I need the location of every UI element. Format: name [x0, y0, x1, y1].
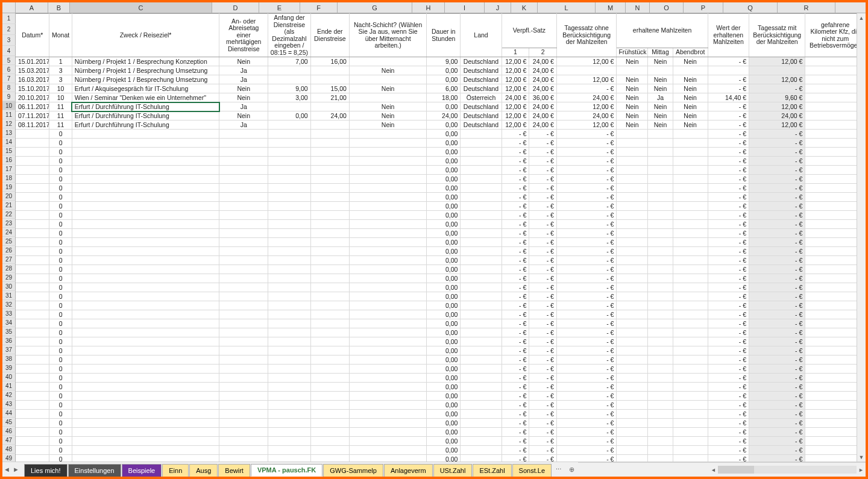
cell[interactable]	[219, 193, 268, 202]
cell[interactable]	[349, 355, 427, 365]
cell[interactable]	[648, 166, 673, 175]
cell[interactable]	[310, 166, 349, 175]
cell[interactable]	[16, 175, 49, 184]
row-header-43[interactable]: 43	[2, 399, 16, 409]
cell[interactable]	[219, 437, 268, 446]
cell[interactable]	[219, 410, 268, 419]
table-row[interactable]: 20.10.201710Wien / Seminar "Denken wie e…	[16, 93, 866, 102]
table-row[interactable]: 15.01.20171Nürnberg / Projekt 1 / Bespre…	[16, 57, 866, 66]
cell[interactable]	[648, 428, 673, 437]
cell[interactable]	[268, 374, 310, 383]
cell[interactable]: 0,00	[427, 410, 461, 419]
row-header-24[interactable]: 24	[2, 228, 16, 237]
cell[interactable]	[310, 130, 349, 139]
cell[interactable]: - €	[556, 374, 616, 383]
cell[interactable]	[16, 229, 49, 238]
cell[interactable]	[648, 292, 673, 301]
cell[interactable]: 0,00	[427, 310, 461, 319]
cell[interactable]: - €	[529, 419, 557, 428]
cell[interactable]	[219, 419, 268, 428]
cell[interactable]	[673, 328, 708, 337]
cell[interactable]: Nein	[673, 121, 708, 130]
cell[interactable]	[268, 75, 310, 84]
cell[interactable]	[648, 247, 673, 256]
sheet-tab[interactable]: Bewirt	[218, 464, 250, 477]
cell[interactable]	[673, 437, 708, 446]
cell[interactable]: - €	[529, 355, 557, 365]
cell[interactable]: Nein	[349, 66, 427, 75]
cell[interactable]: 0,00	[427, 292, 461, 301]
cell[interactable]: - €	[708, 229, 749, 238]
cell[interactable]: - €	[556, 446, 616, 455]
cell[interactable]	[673, 374, 708, 383]
cell[interactable]	[310, 193, 349, 202]
cell[interactable]	[16, 274, 49, 283]
cell[interactable]	[461, 247, 502, 256]
cell[interactable]: Deutschland	[461, 111, 502, 121]
cell[interactable]	[673, 455, 708, 462]
cell[interactable]: - €	[529, 328, 557, 337]
cell[interactable]	[648, 220, 673, 229]
cell[interactable]	[72, 184, 219, 193]
cell[interactable]: 1	[49, 57, 72, 66]
cell[interactable]	[673, 229, 708, 238]
cell[interactable]	[648, 238, 673, 247]
cell[interactable]: - €	[529, 175, 557, 184]
table-row[interactable]: 00,00- €- €- €- €- €	[16, 428, 866, 437]
cell[interactable]: - €	[502, 247, 529, 256]
cell[interactable]	[617, 446, 648, 455]
cell[interactable]	[617, 166, 648, 175]
cell[interactable]	[461, 157, 502, 166]
cell[interactable]: - €	[749, 374, 805, 383]
cell[interactable]	[310, 310, 349, 319]
cell[interactable]: 0,00	[427, 346, 461, 355]
cell[interactable]	[461, 256, 502, 265]
cell[interactable]	[16, 401, 49, 410]
cell[interactable]	[72, 220, 219, 229]
select-all-corner[interactable]	[2, 2, 16, 13]
cell[interactable]: 10	[49, 93, 72, 102]
cell[interactable]: Nein	[648, 121, 673, 130]
cell[interactable]: - €	[749, 292, 805, 301]
cell[interactable]	[461, 355, 502, 365]
cell[interactable]: 0,00	[427, 383, 461, 392]
column-header-C[interactable]: C	[70, 2, 212, 13]
cell[interactable]: 12,00 €	[556, 75, 616, 84]
cell[interactable]: 0	[49, 328, 72, 337]
cell[interactable]: - €	[556, 148, 616, 157]
cell[interactable]	[461, 238, 502, 247]
cell[interactable]	[617, 220, 648, 229]
cell[interactable]	[349, 175, 427, 184]
cell[interactable]: - €	[708, 283, 749, 292]
cell[interactable]	[349, 392, 427, 401]
cell[interactable]: Nein	[648, 102, 673, 111]
cell[interactable]: - €	[556, 265, 616, 274]
add-sheet-icon[interactable]: ⊕	[565, 462, 578, 477]
cell[interactable]: - €	[749, 229, 805, 238]
cell[interactable]: 0,00	[427, 102, 461, 111]
cell[interactable]	[219, 301, 268, 310]
cell[interactable]	[219, 265, 268, 274]
cell[interactable]: - €	[502, 346, 529, 355]
table-row[interactable]: 00,00- €- €- €- €- €	[16, 401, 866, 410]
cell[interactable]: - €	[556, 238, 616, 247]
cell[interactable]	[349, 247, 427, 256]
cell[interactable]: Ja	[219, 121, 268, 130]
cell[interactable]: - €	[708, 374, 749, 383]
cell[interactable]: - €	[556, 437, 616, 446]
cell[interactable]: - €	[529, 437, 557, 446]
cell[interactable]: - €	[749, 365, 805, 374]
cell[interactable]	[72, 292, 219, 301]
row-header-22[interactable]: 22	[2, 210, 16, 219]
cell[interactable]	[72, 365, 219, 374]
table-row[interactable]: 06.11.201711Erfurt / Durchführung IT-Sch…	[16, 102, 866, 111]
cell[interactable]: Deutschland	[461, 84, 502, 93]
cell[interactable]	[219, 455, 268, 462]
cell[interactable]	[16, 193, 49, 202]
cell[interactable]: 0	[49, 211, 72, 220]
cell[interactable]: 11	[49, 111, 72, 121]
cell[interactable]: Nein	[349, 102, 427, 111]
cell[interactable]	[16, 301, 49, 310]
cell[interactable]: - €	[556, 139, 616, 148]
cell[interactable]	[648, 130, 673, 139]
